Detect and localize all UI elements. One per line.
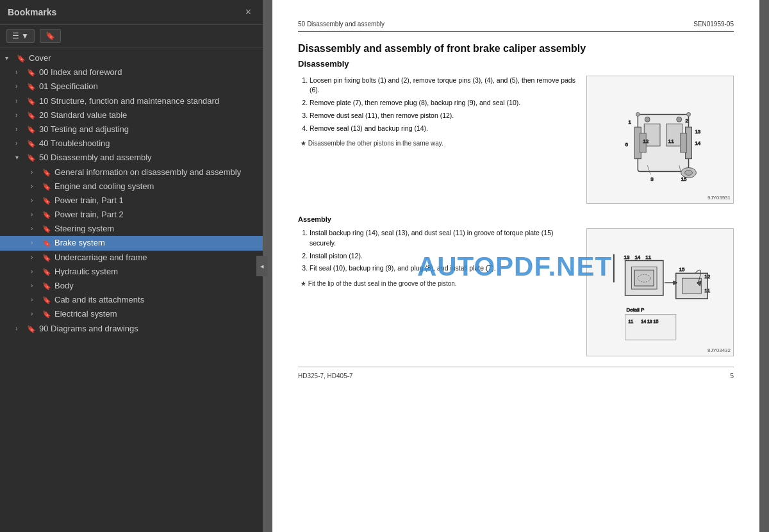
disassembly-text: Loosen pin fixing bolts (1) and (2), rem… xyxy=(298,76,576,204)
asm-step-3: Fit seal (10), backup ring (9), and plug… xyxy=(310,263,576,274)
bookmark-item-50-disassembly[interactable]: ▾🔖50 Disassembly and assembly xyxy=(0,151,263,165)
bookmark-label: Power train, Part 1 xyxy=(54,195,260,206)
bookmark-label: 50 Disassembly and assembly xyxy=(39,152,260,163)
bookmark-label: Cover xyxy=(29,53,260,64)
bookmark-label: Steering system xyxy=(54,223,260,235)
chevron-icon: › xyxy=(15,139,26,148)
svg-text:6: 6 xyxy=(625,141,629,147)
bookmark-tree: ▾🔖Cover›🔖00 Index and foreword›🔖01 Speci… xyxy=(0,47,263,532)
page-header: 50 Disassembly and assembly SEN01959-05 xyxy=(298,19,734,32)
bookmark-icon: 🔖 xyxy=(27,97,36,106)
bookmark-icon: 🔖 xyxy=(42,253,51,263)
disassembly-diagram: 1 2 12 11 13 14 6 xyxy=(586,76,734,204)
bookmark-item-90-diagrams[interactable]: ›🔖90 Diagrams and drawings xyxy=(0,322,263,336)
svg-text:13: 13 xyxy=(695,129,700,135)
bookmark-item-00-index[interactable]: ›🔖00 Index and foreword xyxy=(0,65,263,79)
bookmark-item-50-body[interactable]: ›🔖Body xyxy=(0,279,263,293)
bookmark-item-50-electrical[interactable]: ›🔖Electrical system xyxy=(0,307,263,321)
svg-text:1: 1 xyxy=(629,119,632,125)
bookmark-item-01-spec[interactable]: ›🔖01 Specification xyxy=(0,79,263,94)
svg-rect-26 xyxy=(634,270,654,286)
svg-point-7 xyxy=(645,117,650,122)
chevron-icon: ▾ xyxy=(15,153,26,162)
bookmark-item-20-standard[interactable]: ›🔖20 Standard value table xyxy=(0,108,263,122)
bookmark-label: Undercarriage and frame xyxy=(54,252,260,263)
step-1: Loosen pin fixing bolts (1) and (2), rem… xyxy=(310,76,576,96)
disassembly-steps: Loosen pin fixing bolts (1) and (2), rem… xyxy=(298,76,576,134)
svg-point-19 xyxy=(685,170,693,175)
svg-text:14: 14 xyxy=(695,140,700,145)
bookmark-icon: 🔖 xyxy=(27,153,36,163)
bookmark-icon: 🔖 xyxy=(42,182,51,192)
bookmark-label: 30 Testing and adjusting xyxy=(39,124,260,135)
bookmark-icon: 🔖 xyxy=(42,196,51,206)
bookmark-item-50-power1[interactable]: ›🔖Power train, Part 1 xyxy=(0,194,263,208)
header-section-label: 50 Disassembly and assembly xyxy=(298,19,384,29)
bookmark-label: Engine and cooling system xyxy=(54,181,260,192)
svg-text:11: 11 xyxy=(668,138,674,144)
bookmark-label: 40 Troubleshooting xyxy=(39,138,260,149)
chevron-icon: › xyxy=(31,267,41,276)
bookmark-label: 00 Index and foreword xyxy=(39,67,260,78)
sidebar-toolbar: ☰ ▼ 🔖 xyxy=(0,25,263,47)
bookmark-item-40-trouble[interactable]: ›🔖40 Troubleshooting xyxy=(0,137,263,151)
svg-text:15: 15 xyxy=(679,267,685,272)
bookmark-label: Cab and its attachments xyxy=(54,294,260,306)
sidebar-title: Bookmarks xyxy=(8,7,56,17)
bookmark-item-50-brake[interactable]: ›🔖Brake system xyxy=(0,236,263,250)
bookmark-label: Electrical system xyxy=(54,308,260,320)
bookmark-label: 01 Specification xyxy=(39,81,260,92)
chevron-icon: › xyxy=(31,182,41,191)
bookmark-item-50-hydraulic[interactable]: ›🔖Hydraulic system xyxy=(0,265,263,279)
svg-text:2: 2 xyxy=(686,118,688,124)
svg-point-17 xyxy=(687,112,691,116)
bookmark-icon: 🔖 xyxy=(42,281,51,291)
bookmark-label: 10 Structure, function and maintenance s… xyxy=(39,96,260,107)
bookmark-icon: 🔖 xyxy=(42,224,51,234)
page-footer: HD325-7, HD405-7 5 xyxy=(298,367,734,381)
bookmark-item-10-structure[interactable]: ›🔖10 Structure, function and maintenance… xyxy=(0,94,263,108)
svg-text:15: 15 xyxy=(681,176,687,182)
asm-step-1: Install backup ring (14), seal (13), and… xyxy=(310,228,576,249)
svg-text:3: 3 xyxy=(650,176,654,182)
pdf-page: 50 Disassembly and assembly SEN01959-05 … xyxy=(272,0,759,532)
bookmark-icon: 🔖 xyxy=(27,111,36,121)
bookmark-item-50-power2[interactable]: ›🔖Power train, Part 2 xyxy=(0,208,263,222)
chevron-icon: › xyxy=(31,295,41,304)
bookmark-item-50-cab[interactable]: ›🔖Cab and its attachments xyxy=(0,293,263,307)
chevron-icon: › xyxy=(31,253,41,262)
diagram-2-caption: 8JY03432 xyxy=(707,347,731,354)
bookmark-item-50-undercarriage[interactable]: ›🔖Undercarriage and frame xyxy=(0,251,263,265)
chevron-icon: › xyxy=(31,224,41,233)
asm-step-2: Install piston (12). xyxy=(310,251,576,262)
svg-text:Detail P: Detail P xyxy=(627,307,645,313)
bookmark-icon: 🔖 xyxy=(42,295,51,305)
page-area: 50 Disassembly and assembly SEN01959-05 … xyxy=(263,0,769,532)
bookmark-item-50-engine[interactable]: ›🔖Engine and cooling system xyxy=(0,179,263,194)
svg-rect-6 xyxy=(681,133,687,153)
bookmark-icon: 🔖 xyxy=(27,324,36,334)
close-button[interactable]: × xyxy=(242,5,255,19)
bookmark-label: General information on disassembly and a… xyxy=(54,167,260,178)
assembly-diagram: 13 14 11 15 Detail P 11 14 13 15 12 xyxy=(586,228,734,356)
chevron-icon: › xyxy=(31,281,41,290)
collapse-sidebar-button[interactable]: ◂ xyxy=(256,256,268,276)
bookmark-item-30-testing[interactable]: ›🔖30 Testing and adjusting xyxy=(0,122,263,137)
svg-point-16 xyxy=(636,112,640,116)
svg-point-8 xyxy=(677,117,682,122)
disassembly-subtitle: Disassembly xyxy=(298,58,734,71)
disassembly-note: Disassemble the other pistons in the sam… xyxy=(301,138,576,148)
bookmark-item-50-general[interactable]: ›🔖General information on disassembly and… xyxy=(0,165,263,179)
chevron-icon: › xyxy=(15,125,26,134)
assembly-note: Fit the lip of the dust seal in the groo… xyxy=(301,279,576,288)
view-options-button[interactable]: ☰ ▼ xyxy=(6,29,35,43)
bookmark-item-50-steering[interactable]: ›🔖Steering system xyxy=(0,222,263,236)
bookmark-label: Hydraulic system xyxy=(54,266,260,278)
bookmark-add-icon: 🔖 xyxy=(45,31,55,40)
diagram-1-caption: 9JY03931 xyxy=(707,194,731,202)
svg-text:13: 13 xyxy=(624,254,630,260)
assembly-text: Install backup ring (14), seal (13), and… xyxy=(298,228,576,356)
bookmark-icon: 🔖 xyxy=(42,310,51,319)
add-bookmark-button[interactable]: 🔖 xyxy=(40,29,61,43)
bookmark-item-cover[interactable]: ▾🔖Cover xyxy=(0,51,263,65)
